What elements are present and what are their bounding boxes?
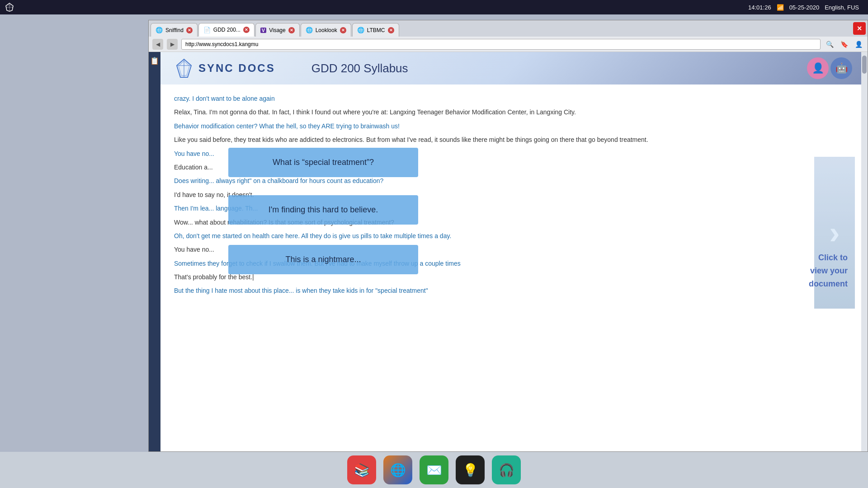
paragraph-behavior: Behavior modification center? What the h… — [174, 121, 848, 131]
user-icon[interactable]: 👤 — [853, 39, 864, 50]
tab-label-looklook: Looklook — [316, 27, 337, 33]
page-area: 📋 SYNC DOCS GDD 200 Syllabus — [149, 52, 868, 451]
paragraph-crazy: crazy. I don't want to be alone again — [174, 94, 848, 103]
tab-label-ltbmc: LTBMC — [367, 27, 385, 33]
logo-diamond-icon — [174, 58, 194, 78]
scrollbar-thumb[interactable] — [862, 56, 867, 74]
avatar-blue: 🤖 — [830, 57, 852, 79]
scrollbar[interactable] — [861, 52, 868, 451]
taskbar-bottom: 📚 🌐 ✉️ 💡 🎧 — [0, 452, 868, 488]
sidebar-doc-icon[interactable]: 📋 — [150, 56, 159, 65]
tooltip-hard-to-believe: I'm finding this hard to believe. — [228, 195, 418, 225]
tab-favicon-looklook: 🌐 — [306, 27, 313, 33]
globe-icon: 🌐 — [390, 463, 406, 478]
paragraph-oh-dont: Oh, don't get me started on health care … — [174, 231, 848, 241]
forward-button[interactable]: ▶ — [167, 39, 178, 50]
close-browser-button[interactable]: ✕ — [853, 22, 866, 35]
paragraph-relax: Relax, Tina. I'm not gonna do that. In f… — [174, 107, 848, 117]
dock-headphones[interactable]: 🎧 — [492, 455, 521, 484]
paragraph-but-the-thing: But the thing I hate most about this pla… — [174, 286, 848, 296]
tab-label-gdd200: GDD 200... — [213, 27, 241, 33]
search-icon[interactable]: 🔍 — [824, 39, 835, 50]
tab-gdd200[interactable]: 📄 GDD 200... ✕ — [198, 23, 255, 37]
date: 05-25-2020 — [789, 4, 820, 11]
site-logo: SYNC DOCS — [174, 58, 275, 78]
tab-favicon-ltbmc: 🌐 — [357, 27, 364, 33]
tab-favicon-visage: V — [260, 28, 266, 33]
taskbar-top: 14:01:26 📶 05-25-2020 English, FUS — [0, 0, 868, 14]
tab-close-ltbmc[interactable]: ✕ — [388, 27, 394, 33]
lightbulb-icon: 💡 — [462, 463, 478, 478]
language: English, FUS — [825, 4, 859, 11]
tab-looklook[interactable]: 🌐 Looklook ✕ — [301, 23, 351, 37]
page-content: SYNC DOCS GDD 200 Syllabus 👤 🤖 crazy. I … — [160, 52, 861, 451]
tooltip-special-treatment: What is “special treatment”? — [228, 148, 418, 177]
tab-favicon-sniffind: 🌐 — [156, 27, 163, 33]
mail-icon: ✉️ — [426, 463, 442, 478]
address-bar: ◀ ▶ 🔍 🔖 👤 — [149, 37, 868, 52]
tab-bar: 🌐 Sniffind ✕ 📄 GDD 200... ✕ V Visage ✕ 🌐… — [149, 20, 868, 37]
dock-books[interactable]: 📚 — [347, 455, 376, 484]
paragraph-like-you-said: Like you said before, they treat kids wh… — [174, 135, 848, 145]
tab-close-visage[interactable]: ✕ — [288, 27, 295, 33]
page-title: GDD 200 Syllabus — [311, 61, 408, 75]
logo-text: SYNC DOCS — [198, 62, 275, 75]
header-avatars: 👤 🤖 — [807, 57, 852, 79]
tab-close-looklook[interactable]: ✕ — [340, 27, 346, 33]
back-button[interactable]: ◀ — [152, 39, 163, 50]
tab-close-gdd200[interactable]: ✕ — [243, 27, 250, 33]
content-body: crazy. I don't want to be alone again Re… — [160, 84, 861, 309]
tab-close-sniffind[interactable]: ✕ — [186, 27, 193, 33]
bookmark-icon[interactable]: 🔖 — [839, 39, 849, 50]
page-sidebar: 📋 — [149, 52, 160, 451]
dock-mail[interactable]: ✉️ — [420, 455, 448, 484]
tab-label-sniffind: Sniffind — [165, 27, 184, 33]
paragraph-does-writing: Does writing... always right" on a chalk… — [174, 176, 848, 186]
os-icon — [5, 2, 14, 12]
browser-window: 🌐 Sniffind ✕ 📄 GDD 200... ✕ V Visage ✕ 🌐… — [148, 20, 868, 452]
url-input[interactable] — [181, 39, 821, 50]
tab-sniffind[interactable]: 🌐 Sniffind ✕ — [151, 23, 198, 37]
tab-favicon-gdd200: 📄 — [203, 27, 211, 33]
avatar-pink: 👤 — [807, 57, 829, 79]
chevron-right-icon: › — [829, 207, 840, 258]
tab-visage[interactable]: V Visage ✕ — [255, 23, 300, 37]
books-icon: 📚 — [354, 463, 370, 478]
dock-lightbulb[interactable]: 💡 — [456, 455, 485, 484]
headphones-icon: 🎧 — [499, 463, 514, 478]
clock: 14:01:26 — [748, 4, 771, 11]
dock-globe[interactable]: 🌐 — [383, 455, 412, 484]
tooltip-nightmare: This is a nightmare... — [228, 245, 418, 274]
site-header: SYNC DOCS GDD 200 Syllabus 👤 🤖 — [160, 52, 861, 84]
tab-ltbmc[interactable]: 🌐 LTBMC ✕ — [352, 23, 399, 37]
click-to-view-button[interactable]: Click toview yourdocument — [809, 251, 848, 290]
wifi-icon: 📶 — [777, 4, 784, 11]
tab-label-visage: Visage — [269, 27, 285, 33]
